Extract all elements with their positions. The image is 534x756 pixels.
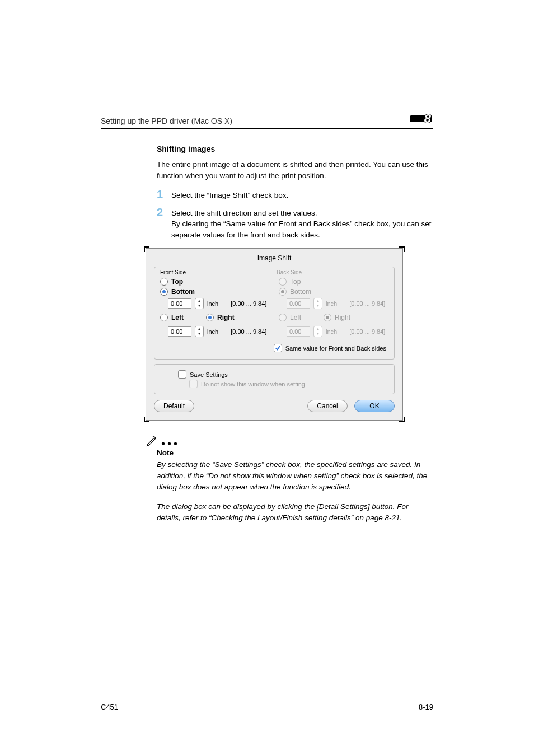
checkbox-icon (189, 380, 198, 388)
footer-page: 8-19 (419, 703, 433, 711)
default-button[interactable]: Default (154, 400, 194, 412)
front-right-radio[interactable]: Right (206, 314, 235, 321)
back-bottom-label: Bottom (290, 288, 311, 296)
save-settings-group: Save Settings Do not show this window wh… (154, 364, 395, 394)
back-left-label: Left (290, 314, 301, 321)
front-left-radio[interactable]: Left (160, 314, 184, 321)
back-right-radio: Right (324, 314, 350, 321)
section-title: Shifting images (157, 144, 433, 153)
front-bottom-radio[interactable]: Bottom (160, 288, 270, 296)
dialog-title: Image Shift (154, 254, 395, 262)
dialog-button-row: Default Cancel OK (154, 400, 395, 412)
page: Setting up the PPD driver (Mac OS X) 8 S… (0, 0, 534, 756)
stepper-icon[interactable]: ▲▼ (195, 326, 204, 337)
same-value-label: Same value for Front and Back sides (285, 345, 386, 352)
front-vert-value[interactable] (168, 298, 191, 309)
back-side-group: Back Side Top Bottom ▲▼ inch (279, 272, 388, 342)
checkbox-icon (178, 370, 186, 379)
back-left-radio: Left (279, 314, 301, 321)
front-top-radio[interactable]: Top (160, 278, 270, 286)
front-horiz-spinner: ▲▼ inch [0.00 ... 9.84] (168, 326, 270, 337)
step-number: 2 (157, 207, 171, 218)
back-vert-spinner: ▲▼ inch [0.00 ... 9.84] (287, 298, 388, 309)
same-value-checkbox[interactable]: Same value for Front and Back sides (274, 344, 386, 352)
shift-groupbox: Front Side Top Bottom ▲▼ inch (154, 267, 395, 360)
step-text: Select the shift direction and set the v… (171, 207, 433, 241)
front-horiz-value[interactable] (168, 326, 191, 337)
back-right-label: Right (335, 314, 350, 321)
dont-show-label: Do not show this window when setting (201, 381, 305, 388)
back-top-label: Top (290, 278, 301, 286)
footer-model: C451 (101, 703, 118, 711)
back-horiz-value (287, 326, 310, 337)
range-label: [0.00 ... 9.84] (349, 328, 385, 335)
back-bottom-radio: Bottom (279, 288, 388, 296)
front-legend: Front Side (158, 269, 270, 276)
page-header: Setting up the PPD driver (Mac OS X) 8 (101, 112, 433, 125)
front-side-group: Front Side Top Bottom ▲▼ inch (160, 272, 270, 342)
body-column: Shifting images The entire print image o… (157, 144, 433, 523)
note-heading: Note (157, 449, 433, 457)
range-label: [0.00 ... 9.84] (231, 300, 266, 307)
front-top-label: Top (171, 278, 183, 286)
page-footer: C451 8-19 (101, 699, 433, 711)
step-1: 1 Select the “Image Shift” check box. (157, 189, 433, 201)
stepper-icon[interactable]: ▲▼ (195, 298, 204, 309)
chapter-badge: 8 (413, 112, 433, 125)
unit-label: inch (326, 300, 337, 307)
image-shift-dialog: Image Shift Front Side Top Bottom (146, 248, 403, 421)
back-legend: Back Side (277, 269, 388, 276)
back-top-radio: Top (279, 278, 388, 286)
ok-button[interactable]: OK (354, 400, 395, 412)
step-number: 1 (157, 189, 171, 200)
front-right-label: Right (217, 314, 235, 321)
save-settings-checkbox[interactable]: Save Settings (178, 370, 387, 379)
checkbox-icon (274, 344, 282, 352)
chapter-number: 8 (424, 111, 433, 126)
stepper-icon: ▲▼ (313, 326, 322, 337)
ellipsis-icon: ••• (161, 441, 180, 447)
header-rule (101, 128, 433, 129)
dont-show-checkbox: Do not show this window when setting (189, 380, 387, 388)
save-settings-label: Save Settings (190, 371, 228, 378)
stepper-icon: ▲▼ (313, 298, 322, 309)
breadcrumb: Setting up the PPD driver (Mac OS X) (101, 116, 232, 125)
unit-label: inch (326, 328, 337, 335)
pen-icon (146, 435, 158, 447)
back-horiz-spinner: ▲▼ inch [0.00 ... 9.84] (287, 326, 388, 337)
back-vert-value (287, 298, 310, 309)
note-paragraph-2: The dialog box can be displayed by click… (157, 501, 433, 523)
note-marker: ••• (146, 435, 433, 447)
cancel-button[interactable]: Cancel (307, 400, 348, 412)
step-text: Select the “Image Shift” check box. (171, 189, 288, 201)
range-label: [0.00 ... 9.84] (231, 328, 266, 335)
step-2: 2 Select the shift direction and set the… (157, 207, 433, 241)
note-paragraph-1: By selecting the “Save Settings” check b… (157, 459, 433, 492)
unit-label: inch (207, 328, 218, 335)
intro-paragraph: The entire print image of a document is … (157, 159, 433, 181)
front-bottom-label: Bottom (171, 288, 195, 296)
front-left-label: Left (171, 314, 184, 321)
range-label: [0.00 ... 9.84] (349, 300, 385, 307)
unit-label: inch (207, 300, 218, 307)
front-vert-spinner: ▲▼ inch [0.00 ... 9.84] (168, 298, 270, 309)
